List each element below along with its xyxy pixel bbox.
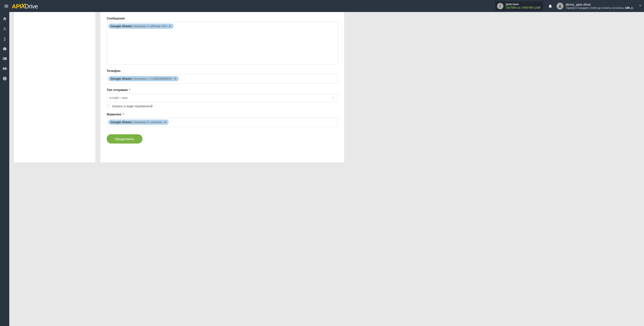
- tag-remove-icon[interactable]: ✕: [174, 77, 176, 80]
- id-card-icon: [2, 56, 7, 61]
- sidebar-item-contacts[interactable]: [0, 54, 9, 63]
- field-sendtype: Тип отправки * e-mail + sms Указать в ви…: [107, 88, 338, 108]
- logo[interactable]: APIXDrive: [12, 2, 38, 10]
- topbar: APIXDrive i Действия: 142'560 из 1'000'0…: [0, 0, 644, 12]
- user-name: demo_apix-drive: [566, 2, 634, 6]
- caret-down-icon: [638, 4, 642, 8]
- sidebar: [0, 12, 9, 326]
- logo-x-icon: X: [21, 2, 25, 10]
- sidebar-item-connections[interactable]: [0, 24, 9, 33]
- hamburger-icon: [4, 4, 9, 8]
- main-content: Сообщение Google Sheets | Колонка J: «iP…: [9, 12, 644, 326]
- tag-remove-icon[interactable]: ✕: [169, 24, 171, 28]
- actions-label: Действия:: [506, 3, 540, 6]
- home-icon: [2, 16, 7, 21]
- tag-lastname[interactable]: Google Sheets | Колонка G: «Ivanov» ✕: [108, 120, 169, 125]
- sidebar-item-video[interactable]: [0, 64, 9, 73]
- info-icon: i: [497, 3, 504, 9]
- continue-button[interactable]: Продолжить: [107, 134, 142, 144]
- input-phone[interactable]: Google Sheets | Колонка I: «+15852826502…: [107, 74, 338, 84]
- tag-remove-icon[interactable]: ✕: [164, 120, 166, 124]
- tag-phone[interactable]: Google Sheets | Колонка I: «+15852826502…: [108, 76, 179, 81]
- sidebar-panel-card: [14, 12, 95, 162]
- user-plan: Тариф |Стандарт| (new) до оплаты осталос…: [566, 6, 634, 10]
- actions-counter-box[interactable]: i Действия: 142'560 из 1'000'000 (149: [495, 1, 543, 11]
- avatar: [556, 3, 564, 10]
- label-message: Сообщение: [107, 16, 338, 20]
- select-sendtype[interactable]: e-mail + sms: [107, 94, 338, 102]
- hamburger-menu-button[interactable]: [2, 2, 11, 11]
- checkbox-variable[interactable]: [107, 104, 110, 108]
- chevron-down-icon: [331, 96, 335, 100]
- sidebar-item-billing[interactable]: [0, 34, 9, 43]
- select-sendtype-value: e-mail + sms: [110, 96, 128, 100]
- form-card: Сообщение Google Sheets | Колонка J: «iP…: [100, 12, 344, 162]
- user-icon: [558, 4, 562, 8]
- input-lastname[interactable]: Google Sheets | Колонка G: «Ivanov» ✕: [107, 118, 338, 127]
- checkbox-variable-label: Указать в виде переменной: [112, 104, 152, 108]
- input-message[interactable]: Google Sheets | Колонка J: «iPhone XS» ✕: [107, 22, 338, 64]
- bell-icon: [548, 4, 552, 8]
- logo-drive: Drive: [25, 3, 38, 10]
- label-lastname: Фамилия *: [107, 112, 338, 116]
- required-asterisk: *: [128, 88, 130, 92]
- tag-message[interactable]: Google Sheets | Колонка J: «iPhone XS» ✕: [108, 24, 174, 29]
- actions-total: 1'000'000: [521, 6, 534, 9]
- label-phone: Телефон: [107, 69, 338, 73]
- notifications-button[interactable]: [546, 4, 555, 8]
- user-texts: demo_apix-drive Тариф |Стандарт| (new) д…: [566, 2, 634, 10]
- dollar-icon: [2, 36, 7, 41]
- connections-icon: [2, 26, 7, 31]
- briefcase-icon: [2, 46, 7, 51]
- sidebar-item-briefcase[interactable]: [0, 44, 9, 53]
- required-asterisk: *: [122, 112, 124, 116]
- field-phone: Телефон Google Sheets | Колонка I: «+158…: [107, 69, 338, 84]
- field-message: Сообщение Google Sheets | Колонка J: «iP…: [107, 16, 338, 64]
- sidebar-item-home[interactable]: [0, 14, 9, 23]
- youtube-icon: [2, 66, 7, 71]
- logo-api: API: [12, 3, 21, 10]
- actions-used: 142'560: [506, 6, 516, 9]
- actions-text: Действия: 142'560 из 1'000'000 (149: [506, 3, 540, 10]
- help-icon: [2, 76, 7, 81]
- sidebar-item-help[interactable]: [0, 74, 9, 83]
- field-lastname: Фамилия * Google Sheets | Колонка G: «Iv…: [107, 112, 338, 127]
- actions-tail: (149: [534, 6, 540, 9]
- checkbox-row-variable[interactable]: Указать в виде переменной: [107, 104, 338, 108]
- actions-of: из: [516, 6, 521, 9]
- label-sendtype: Тип отправки *: [107, 88, 338, 92]
- user-menu[interactable]: demo_apix-drive Тариф |Стандарт| (new) д…: [556, 2, 642, 10]
